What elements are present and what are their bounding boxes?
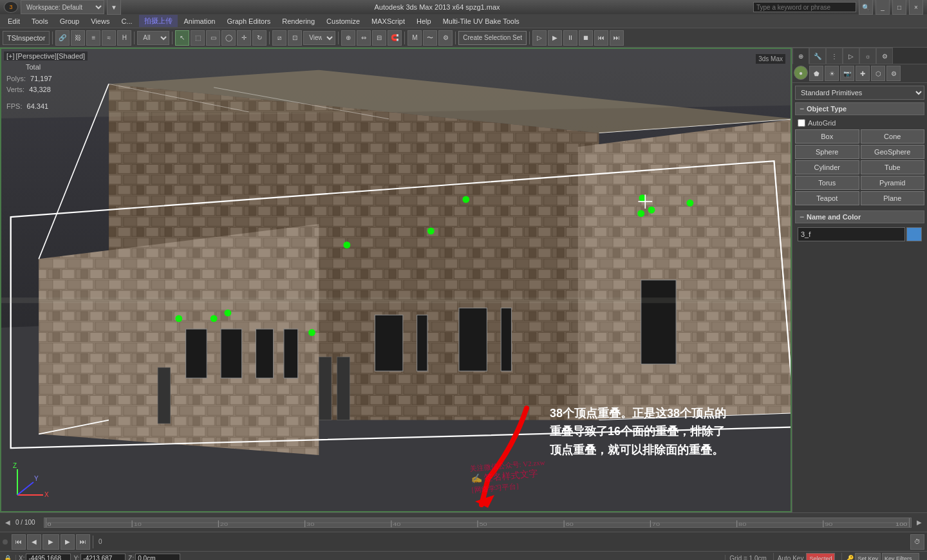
move-btn[interactable]: ✛ xyxy=(237,30,251,46)
cone-btn[interactable]: Cone xyxy=(861,129,925,144)
anim-btn5[interactable]: ⏮ xyxy=(594,30,608,46)
view-dropdown[interactable]: View xyxy=(303,31,335,45)
key-filters-btn[interactable]: Key Filters... xyxy=(882,553,919,561)
menu-maxscript[interactable]: MAXScript xyxy=(366,16,410,26)
material-btn[interactable]: M xyxy=(407,30,422,46)
bind2-btn[interactable]: ≈ xyxy=(102,30,116,46)
snap-btn[interactable]: 🧲 xyxy=(388,30,402,46)
cylinder-btn[interactable]: Cylinder xyxy=(795,160,859,174)
panel-light-icon[interactable]: ☀ xyxy=(825,66,839,81)
geosphere-btn[interactable]: GeoSphere xyxy=(861,145,925,159)
panel-tab-display[interactable]: ☼ xyxy=(859,48,876,64)
maximize-btn[interactable]: □ xyxy=(892,0,906,15)
menu-animation[interactable]: Animation xyxy=(179,16,221,26)
sphere-btn[interactable]: Sphere xyxy=(795,145,859,159)
autogrid-checkbox[interactable] xyxy=(798,119,805,127)
workspace-arrow[interactable]: ▼ xyxy=(107,0,121,15)
lock-icon[interactable]: 🔒 xyxy=(4,555,12,560)
tube-btn[interactable]: Tube xyxy=(861,160,925,174)
stats-total-label: Total xyxy=(26,62,52,73)
panel-system-icon[interactable]: ⚙ xyxy=(886,66,901,81)
close-btn[interactable]: × xyxy=(909,0,923,15)
menu-edit[interactable]: Edit xyxy=(3,16,25,26)
menu-multitile[interactable]: Multi-Tile UV Bake Tools xyxy=(438,16,525,26)
panel-geo-icon[interactable]: ● xyxy=(794,66,808,80)
anim-btn4[interactable]: ⏹ xyxy=(579,30,593,46)
menu-rendering[interactable]: Rendering xyxy=(277,16,320,26)
menu-upload[interactable]: 拍摄上传 xyxy=(139,15,178,27)
ref-coord-btn[interactable]: ⊡ xyxy=(288,30,302,46)
mirror-btn[interactable]: ⇔ xyxy=(357,30,371,46)
z-input[interactable] xyxy=(135,554,180,561)
filter-dropdown[interactable]: All xyxy=(137,31,169,45)
anim-mode-indicator xyxy=(3,539,8,545)
search-icon[interactable]: 🔍 xyxy=(859,0,873,15)
next-frame-btn[interactable]: ▶ xyxy=(61,534,75,550)
select-rect-btn[interactable]: ▭ xyxy=(206,30,220,46)
panel-camera-icon[interactable]: 📷 xyxy=(840,66,854,81)
name-color-header[interactable]: − Name and Color xyxy=(795,210,924,223)
viewport-plus[interactable]: [+] xyxy=(6,52,16,60)
pyramid-btn[interactable]: Pyramid xyxy=(861,176,925,190)
rotate-btn[interactable]: ↻ xyxy=(252,30,267,46)
menu-help[interactable]: Help xyxy=(411,16,436,26)
viewport-perspective[interactable]: [Perspective] xyxy=(16,52,57,60)
box-btn[interactable]: Box xyxy=(795,129,859,144)
create-selection-btn[interactable]: Create Selection Set xyxy=(458,31,527,45)
panel-tab-modify[interactable]: 🔧 xyxy=(809,48,826,64)
time-config-btn[interactable]: ⏱ xyxy=(910,534,924,550)
object-type-header[interactable]: − Object Type xyxy=(795,102,924,115)
bind-btn[interactable]: ≡ xyxy=(86,30,100,46)
link-btn[interactable]: 🔗 xyxy=(55,30,70,46)
pivot-btn[interactable]: ⊕ xyxy=(341,30,355,46)
plane-btn[interactable]: Plane xyxy=(861,191,925,205)
select-circ-btn[interactable]: ◯ xyxy=(221,30,236,46)
select-by-name-btn[interactable]: H xyxy=(117,30,131,46)
autokey-btn[interactable]: Selected xyxy=(806,553,835,561)
menu-group[interactable]: Group xyxy=(55,16,85,26)
primitives-dropdown[interactable]: Standard Primitives xyxy=(795,86,924,100)
unlink-btn[interactable]: ⛓ xyxy=(71,30,85,46)
minimize-btn[interactable]: _ xyxy=(876,0,890,15)
set-key-btn[interactable]: Set Key xyxy=(855,553,881,561)
viewport[interactable]: [+] [Perspective] [Shaded] Total Polys: … xyxy=(0,48,792,512)
go-to-end-btn[interactable]: ⏭ xyxy=(76,534,90,550)
anim-btn1[interactable]: ▷ xyxy=(532,30,547,46)
panel-shape-icon[interactable]: ⬟ xyxy=(809,66,823,81)
panel-helper-icon[interactable]: ✚ xyxy=(856,66,870,81)
search-input[interactable] xyxy=(753,2,856,12)
curve-btn[interactable]: 〜 xyxy=(423,30,437,46)
align-btn[interactable]: ⊟ xyxy=(372,30,386,46)
x-input[interactable] xyxy=(26,554,71,561)
timeline-track[interactable]: 0 10 20 30 40 50 60 70 80 90 1 xyxy=(44,518,912,528)
menu-graph-editors[interactable]: Graph Editors xyxy=(221,16,276,26)
menu-tools[interactable]: Tools xyxy=(26,16,53,26)
viewport-shaded[interactable]: [Shaded] xyxy=(57,52,85,60)
torus-btn[interactable]: Torus xyxy=(795,176,859,190)
color-swatch[interactable] xyxy=(906,227,922,241)
app-logo[interactable]: 3 xyxy=(4,1,18,13)
panel-tab-create[interactable]: ⊕ xyxy=(792,48,809,64)
anim-btn3[interactable]: ⏸ xyxy=(563,30,577,46)
render-setup-btn[interactable]: ⚙ xyxy=(438,30,453,46)
menu-customize[interactable]: Customize xyxy=(321,16,365,26)
play-btn[interactable]: ▶ xyxy=(42,534,59,550)
anim-btn2[interactable]: ▶ xyxy=(548,30,562,46)
select-btn[interactable]: ↖ xyxy=(175,30,189,46)
teapot-btn[interactable]: Teapot xyxy=(795,191,859,205)
anim-btn6[interactable]: ⏭ xyxy=(610,30,624,46)
prev-frame-btn[interactable]: ◀ xyxy=(27,534,41,550)
name-input[interactable] xyxy=(798,227,905,241)
panel-tab-hierarchy[interactable]: ⋮ xyxy=(826,48,843,64)
select-region-btn[interactable]: ⬚ xyxy=(191,30,205,46)
scale-btn[interactable]: ⧄ xyxy=(272,30,286,46)
workspace-dropdown[interactable]: Workspace: Default xyxy=(21,0,104,14)
menu-c[interactable]: C... xyxy=(116,16,137,26)
panel-tab-motion[interactable]: ▷ xyxy=(843,48,859,64)
panel-tab-utility[interactable]: ⚙ xyxy=(876,48,893,64)
menu-views[interactable]: Views xyxy=(86,16,115,26)
go-to-start-btn[interactable]: ⏮ xyxy=(12,534,26,550)
panel-space-icon[interactable]: ⬡ xyxy=(871,66,885,81)
ts-inspector-btn[interactable]: TSInspector xyxy=(3,31,50,45)
y-input[interactable] xyxy=(80,554,126,561)
